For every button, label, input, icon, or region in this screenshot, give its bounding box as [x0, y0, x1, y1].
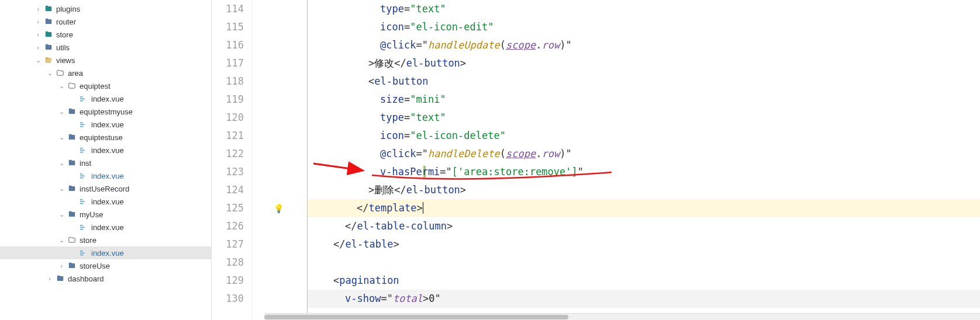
chevron-down-icon[interactable]: ⌄: [44, 69, 55, 77]
chevron-down-icon[interactable]: ⌄: [56, 185, 67, 193]
tree-item-index-vue[interactable]: index.vue: [0, 246, 211, 259]
token-punc: =: [404, 112, 410, 123]
tree-item-label: index.vue: [91, 120, 124, 129]
token-attr: icon: [380, 21, 404, 33]
svg-rect-14: [80, 203, 84, 204]
code-line[interactable]: </el-table>: [308, 235, 980, 253]
code-line[interactable]: <el-button: [308, 72, 980, 91]
tree-item-equiptest[interactable]: ⌄equiptest: [0, 79, 211, 92]
intent-bulb-icon[interactable]: 💡: [274, 204, 284, 213]
code-line[interactable]: </template>: [308, 199, 980, 217]
line-number: 122: [212, 145, 244, 163]
svg-rect-20: [80, 255, 84, 256]
code-line[interactable]: v-hasPermi="['area:store:remove']": [308, 163, 980, 181]
tree-item-index-vue[interactable]: index.vue: [0, 221, 211, 234]
chevron-down-icon[interactable]: ⌄: [56, 134, 67, 141]
tree-item-store[interactable]: ⌄store: [0, 234, 211, 246]
tree-item-area[interactable]: ⌄area: [0, 67, 211, 79]
fold-indent-strip: 💡: [253, 0, 308, 320]
line-number: 126: [212, 217, 244, 235]
chevron-down-icon[interactable]: ⌄: [56, 211, 67, 218]
chevron-right-icon[interactable]: ›: [33, 5, 43, 12]
tree-item-myUse[interactable]: ⌄myUse: [0, 208, 211, 221]
tree-item-plugins[interactable]: ›plugins: [0, 2, 211, 15]
token-punc: <: [333, 274, 339, 286]
file-vue-icon: [78, 248, 89, 258]
tree-item-dashboard[interactable]: ›dashboard: [0, 272, 211, 285]
code-line[interactable]: @click="handleDelete(scope.row)": [308, 145, 980, 163]
code-line[interactable]: >删除</el-button>: [308, 181, 980, 199]
tree-item-utils[interactable]: ›utils: [0, 41, 211, 54]
scrollbar-thumb[interactable]: [264, 315, 568, 319]
horizontal-scrollbar[interactable]: [264, 313, 980, 320]
token-attr: @click: [380, 39, 416, 51]
chevron-down-icon[interactable]: ⌄: [56, 108, 67, 116]
code-line[interactable]: @click="handleUpdate(scope.row)": [308, 36, 980, 54]
chevron-down-icon[interactable]: ⌄: [56, 82, 67, 90]
token-punc: .: [536, 39, 541, 51]
token-punc: )": [560, 39, 571, 51]
tree-item-index-vue[interactable]: index.vue: [0, 144, 211, 156]
tree-item-views[interactable]: ⌄views: [0, 54, 211, 67]
chevron-right-icon[interactable]: ›: [44, 275, 55, 282]
chevron-right-icon[interactable]: ›: [33, 18, 43, 25]
tree-item-label: utils: [56, 43, 70, 52]
token-punc: ": [578, 166, 584, 178]
chevron-down-icon[interactable]: ⌄: [33, 57, 43, 64]
code-line[interactable]: icon="el-icon-delete": [308, 127, 980, 145]
file-vue-icon: [78, 93, 89, 104]
svg-rect-13: [80, 201, 85, 202]
tree-item-index-vue[interactable]: index.vue: [0, 195, 211, 208]
token-punc: >: [393, 238, 399, 250]
token-punc: >: [416, 202, 422, 214]
code-line[interactable]: size="mini": [308, 91, 980, 109]
tree-item-label: equiptest: [80, 82, 111, 91]
chevron-right-icon[interactable]: ›: [56, 262, 67, 269]
tree-item-label: instUseRecord: [80, 185, 129, 193]
chevron-down-icon[interactable]: ⌄: [56, 159, 67, 167]
code-line[interactable]: >修改</el-button>: [308, 54, 980, 72]
tree-item-store[interactable]: ›store: [0, 28, 211, 41]
svg-rect-11: [80, 178, 84, 179]
token-attr: type: [380, 3, 404, 15]
tree-item-index-vue[interactable]: index.vue: [0, 118, 211, 131]
token-punc: </: [333, 238, 345, 250]
code-line[interactable]: </el-table-column>: [308, 217, 980, 235]
line-number: 116: [212, 36, 244, 54]
token-punc: =: [404, 21, 410, 33]
token-punc: ": [435, 293, 441, 304]
folder-closed-icon: [67, 260, 77, 271]
code-line[interactable]: type="text": [308, 0, 980, 18]
svg-rect-16: [80, 227, 85, 228]
chevron-down-icon[interactable]: ⌄: [56, 236, 67, 244]
tree-item-index-vue[interactable]: index.vue: [0, 92, 211, 105]
tree-item-router[interactable]: ›router: [0, 15, 211, 28]
folder-closed-icon: [67, 209, 77, 220]
code-line[interactable]: icon="el-icon-edit": [308, 18, 980, 36]
code-line[interactable]: [308, 253, 980, 272]
code-area[interactable]: type="text"icon="el-icon-edit"@click="ha…: [308, 0, 980, 320]
chevron-right-icon[interactable]: ›: [33, 44, 43, 51]
tree-item-index-vue[interactable]: index.vue: [0, 169, 211, 182]
code-editor[interactable]: 1141151161171181191201211221231241251261…: [212, 0, 980, 320]
tree-item-equiptestmyuse[interactable]: ⌄equiptestmyuse: [0, 105, 211, 118]
token-punc: </: [357, 202, 368, 214]
tree-item-inst[interactable]: ⌄inst: [0, 156, 211, 169]
svg-rect-0: [80, 96, 82, 98]
file-vue-icon: [78, 196, 89, 207]
line-number: 124: [212, 181, 244, 199]
tree-item-instUseRecord[interactable]: ⌄instUseRecord: [0, 182, 211, 195]
code-line[interactable]: v-show="total>0": [308, 290, 980, 308]
code-line[interactable]: <pagination: [308, 272, 980, 290]
file-tree-sidebar[interactable]: ›plugins›router›store›utils⌄views⌄area⌄e…: [0, 0, 212, 320]
token-punc: =": [416, 39, 427, 51]
tree-item-equiptestuse[interactable]: ⌄equiptestuse: [0, 131, 211, 144]
svg-rect-9: [80, 173, 82, 175]
tree-item-storeUse[interactable]: ›storeUse: [0, 259, 211, 272]
line-number: 121: [212, 127, 244, 145]
folder-closed-icon: [43, 4, 54, 14]
code-line[interactable]: type="text": [308, 109, 980, 127]
file-vue-icon: [78, 145, 89, 155]
chevron-right-icon[interactable]: ›: [33, 31, 43, 38]
token-str: "el-icon-edit": [410, 21, 494, 33]
